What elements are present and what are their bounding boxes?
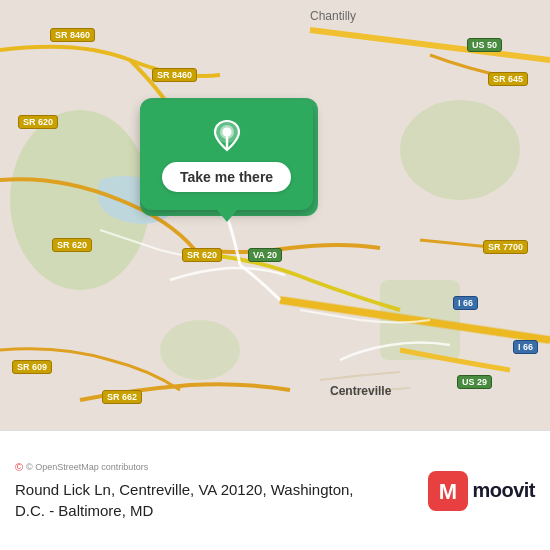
svg-point-11 bbox=[222, 128, 231, 137]
svg-text:M: M bbox=[439, 479, 457, 504]
copyright-text: © OpenStreetMap contributors bbox=[26, 462, 148, 472]
road-label-va20: VA 20 bbox=[248, 248, 282, 262]
copyright-notice: © © OpenStreetMap contributors bbox=[15, 461, 416, 473]
road-label-sr620-1: SR 620 bbox=[18, 115, 58, 129]
moovit-logo-section: M moovit bbox=[428, 471, 535, 511]
map-container: Chantilly Centreville SR 8460 SR 8460 US… bbox=[0, 0, 550, 550]
road-label-sr620-3: SR 620 bbox=[182, 248, 222, 262]
map-popup: Take me there bbox=[140, 100, 313, 222]
svg-point-4 bbox=[160, 320, 240, 380]
road-label-sr620-2: SR 620 bbox=[52, 238, 92, 252]
road-label-sr8460-2: SR 8460 bbox=[152, 68, 197, 82]
svg-point-2 bbox=[400, 100, 520, 200]
take-me-there-button[interactable]: Take me there bbox=[162, 162, 291, 192]
road-label-sr645: SR 645 bbox=[488, 72, 528, 86]
moovit-logo: M moovit bbox=[428, 471, 535, 511]
address-text: Round Lick Ln, Centreville, VA 20120, Wa… bbox=[15, 479, 416, 521]
popup-box: Take me there bbox=[140, 100, 313, 210]
popup-tail bbox=[217, 210, 237, 222]
road-label-sr609: SR 609 bbox=[12, 360, 52, 374]
road-label-i66-2: I 66 bbox=[513, 340, 538, 354]
road-label-sr7700: SR 7700 bbox=[483, 240, 528, 254]
moovit-wordmark: moovit bbox=[472, 479, 535, 502]
moovit-m-icon: M bbox=[428, 471, 468, 511]
road-label-sr662: SR 662 bbox=[102, 390, 142, 404]
road-label-sr8460-1: SR 8460 bbox=[50, 28, 95, 42]
address-line1: Round Lick Ln, Centreville, VA 20120, Wa… bbox=[15, 481, 354, 498]
footer-info: © © OpenStreetMap contributors Round Lic… bbox=[15, 461, 416, 521]
osm-logo: © bbox=[15, 461, 23, 473]
svg-text:Chantilly: Chantilly bbox=[310, 9, 356, 23]
address-line2: D.C. - Baltimore, MD bbox=[15, 502, 153, 519]
location-pin-icon bbox=[209, 118, 245, 154]
road-label-us50: US 50 bbox=[467, 38, 502, 52]
road-label-i66-1: I 66 bbox=[453, 296, 478, 310]
svg-text:Centreville: Centreville bbox=[330, 384, 392, 398]
road-label-us29: US 29 bbox=[457, 375, 492, 389]
footer: © © OpenStreetMap contributors Round Lic… bbox=[0, 430, 550, 550]
